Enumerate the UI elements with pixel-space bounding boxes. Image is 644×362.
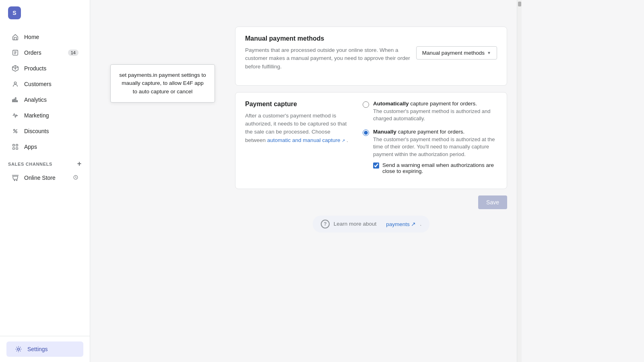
orders-badge: 14	[68, 49, 78, 56]
warning-email-checkbox[interactable]	[373, 162, 379, 169]
sidebar-item-online-store-label: Online Store	[24, 175, 56, 181]
home-icon	[11, 33, 19, 41]
auto-capture-sublabel: The customer's payment method is authori…	[373, 108, 497, 122]
sidebar-item-analytics[interactable]: Analytics	[3, 92, 87, 107]
manual-payment-button[interactable]: Manual payment methods ▼	[416, 46, 497, 60]
help-icon: ?	[321, 220, 330, 228]
payment-capture-right: Automatically capture payment for orders…	[363, 101, 497, 181]
logo-mark: S	[8, 6, 21, 19]
sidebar-item-analytics-label: Analytics	[24, 97, 47, 103]
online-store-view-icon[interactable]	[73, 175, 78, 181]
sidebar-nav: Home Orders 14 Products Customers	[0, 26, 90, 336]
sidebar-item-marketing[interactable]: Marketing	[3, 108, 87, 123]
learn-more-box: ? Learn more about payments ↗ .	[313, 216, 429, 232]
analytics-icon	[11, 96, 19, 104]
svg-point-9	[17, 180, 17, 181]
sales-channels-section: SALES CHANNELS +	[0, 155, 90, 170]
save-row: Save	[235, 195, 507, 209]
orders-icon	[11, 49, 19, 57]
sidebar-bottom: Settings	[0, 336, 90, 362]
chevron-down-icon: ▼	[487, 51, 491, 55]
sidebar-item-customers-label: Customers	[24, 81, 52, 87]
left-panel: set payments.in payment settings to maua…	[90, 0, 235, 362]
tooltip-box: set payments.in payment settings to maua…	[110, 64, 215, 103]
main-content: set payments.in payment settings to maua…	[90, 0, 644, 362]
manual-capture-label: Manually capture payment for orders.	[373, 129, 497, 135]
learn-more-text: Learn more about	[334, 221, 377, 227]
svg-point-11	[17, 348, 19, 350]
payments-link-text: payments	[386, 221, 410, 227]
manual-payment-title: Manual payment methods	[245, 35, 497, 42]
payments-link[interactable]: payments ↗	[386, 221, 416, 227]
external-link-icon: ↗	[342, 138, 345, 142]
apps-icon	[11, 143, 19, 151]
svg-rect-6	[13, 148, 15, 150]
manual-payment-button-label: Manual payment methods	[422, 50, 485, 56]
sidebar-item-apps[interactable]: Apps	[3, 139, 87, 154]
settings-icon	[14, 345, 23, 353]
bottom-spacer	[235, 239, 507, 251]
discounts-icon	[11, 127, 19, 135]
sidebar-item-home-label: Home	[24, 34, 39, 40]
tooltip-text: set payments.in payment settings to maua…	[119, 72, 206, 95]
sidebar-item-customers[interactable]: Customers	[3, 76, 87, 92]
learn-more-row: ? Learn more about payments ↗ .	[235, 216, 507, 232]
manual-capture-radio[interactable]	[363, 130, 369, 136]
scrollbar-thumb[interactable]	[518, 2, 521, 6]
automatic-manual-capture-link[interactable]: automatic and manual capture ↗	[267, 137, 347, 143]
auto-capture-text: Automatically capture payment for orders…	[373, 101, 497, 122]
main-wrapper: set payments.in payment settings to maua…	[90, 0, 644, 362]
right-panel: Manual payment methods Manual payment me…	[235, 0, 517, 362]
right-scrollbar[interactable]	[517, 0, 522, 362]
sidebar-item-online-store[interactable]: Online Store	[3, 170, 87, 185]
save-button[interactable]: Save	[478, 195, 507, 209]
svg-point-3	[16, 132, 17, 133]
sidebar-item-discounts[interactable]: Discounts	[3, 123, 87, 139]
add-channel-icon[interactable]: +	[77, 160, 82, 168]
payment-capture-description: After a customer's payment method is aut…	[245, 112, 350, 144]
manual-capture-text: Manually capture payment for orders. The…	[373, 129, 497, 174]
sidebar-item-orders[interactable]: Orders 14	[3, 45, 87, 60]
sidebar-item-apps-label: Apps	[24, 144, 37, 150]
sidebar-item-marketing-label: Marketing	[24, 112, 49, 119]
manual-capture-sublabel: The customer's payment method is authori…	[373, 136, 497, 158]
sidebar-item-settings-label: Settings	[27, 346, 48, 352]
payment-capture-card: Payment capture After a customer's payme…	[235, 92, 507, 189]
payment-capture-desc-end: .	[347, 137, 348, 143]
sidebar-item-products-label: Products	[24, 65, 46, 72]
products-icon	[11, 64, 19, 72]
sidebar-item-settings[interactable]: Settings	[6, 341, 83, 357]
auto-capture-label: Automatically capture payment for orders…	[373, 101, 497, 107]
online-store-icon	[11, 174, 19, 182]
svg-point-2	[14, 130, 15, 131]
svg-point-1	[14, 82, 16, 84]
warning-email-label: Send a warning email when authorizations…	[382, 162, 497, 174]
sidebar: S Home Orders 14 Products	[0, 0, 90, 362]
auto-capture-option: Automatically capture payment for orders…	[363, 101, 497, 122]
auto-bold: Automatically	[373, 101, 409, 107]
auto-capture-radio[interactable]	[363, 101, 369, 108]
sales-channels-label: SALES CHANNELS	[8, 162, 52, 167]
manual-payment-card: Manual payment methods Manual payment me…	[235, 27, 507, 86]
auto-rest: capture payment for orders.	[409, 101, 477, 107]
manual-rest: capture payment for orders.	[396, 129, 465, 135]
svg-rect-7	[16, 148, 18, 150]
sidebar-item-discounts-label: Discounts	[24, 128, 49, 134]
warning-email-row: Send a warning email when authorizations…	[373, 162, 497, 174]
customers-icon	[11, 80, 19, 88]
svg-point-8	[14, 180, 15, 181]
capture-link-text: automatic and manual capture	[267, 137, 341, 143]
learn-more-after: .	[420, 221, 421, 227]
sidebar-item-products[interactable]: Products	[3, 61, 87, 76]
payments-external-icon: ↗	[411, 221, 416, 227]
payment-capture-title: Payment capture	[245, 101, 350, 108]
marketing-icon	[11, 111, 19, 119]
top-spacer	[235, 8, 507, 20]
payment-capture-left: Payment capture After a customer's payme…	[245, 101, 350, 181]
sidebar-item-home[interactable]: Home	[3, 29, 87, 45]
manual-capture-option: Manually capture payment for orders. The…	[363, 129, 497, 174]
sidebar-item-orders-label: Orders	[24, 49, 41, 56]
save-button-label: Save	[486, 199, 499, 206]
manual-bold: Manually	[373, 129, 396, 135]
sidebar-logo: S	[0, 0, 90, 26]
